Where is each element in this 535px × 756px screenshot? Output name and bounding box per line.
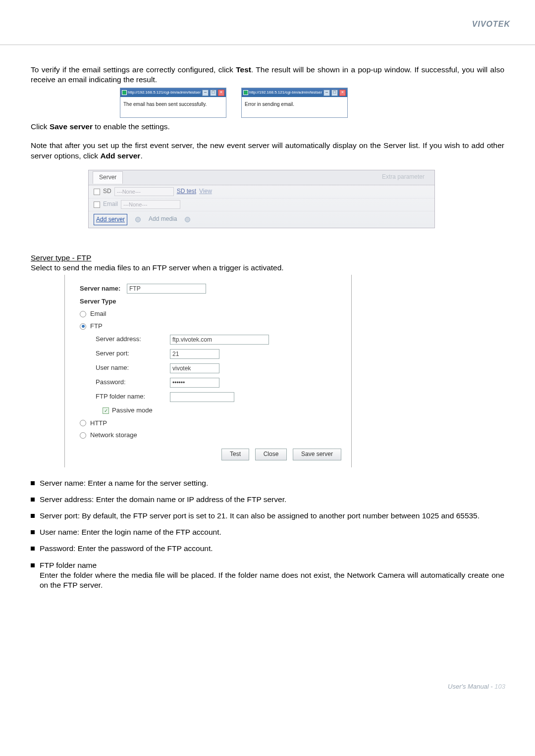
minimize-icon: – (323, 90, 330, 96)
popup-success-titlebar: http://192.168.5.121/cgi-bin/admin/tests… (120, 88, 226, 97)
pass-label: Password: (96, 378, 170, 387)
radio-email-row: Email (80, 310, 341, 318)
folder-input[interactable] (170, 392, 234, 402)
user-row: User name: (96, 363, 341, 373)
page-footer: User's Manual - 103 (0, 679, 535, 709)
footer-page-number: 103 (494, 683, 505, 690)
server-tabrow: Server Extra parameter (89, 170, 434, 185)
square-bullet-icon (31, 514, 35, 518)
radio-http-row: HTTP (80, 419, 341, 428)
close-icon: × (218, 90, 224, 96)
radio-ftp[interactable] (80, 323, 86, 330)
radio-ftp-row: FTP (80, 322, 341, 331)
footer-label: User's Manual - (448, 683, 494, 690)
square-bullet-icon (31, 547, 35, 551)
add-server-link[interactable]: Add server (96, 216, 125, 223)
radio-http[interactable] (80, 420, 86, 426)
tab-server[interactable]: Server (93, 171, 123, 184)
note-b: Add server (100, 151, 140, 160)
addr-label: Server address: (96, 335, 170, 344)
square-bullet-icon (31, 563, 35, 567)
header-divider (0, 45, 535, 45)
add-row: Add server Add media (89, 211, 434, 228)
popup-error-body: Error in sending email. (242, 97, 347, 117)
ftp-heading: Server type - FTP (31, 253, 504, 263)
sd-label: SD (103, 188, 111, 196)
add-media-link[interactable]: Add media (149, 215, 177, 223)
port-input[interactable] (170, 349, 219, 359)
square-bullet-icon (31, 498, 35, 502)
add-server-dot-icon (135, 217, 141, 222)
radio-ns-row: Network storage (80, 431, 341, 440)
radio-http-label: HTTP (90, 419, 107, 428)
pass-row: Password: (96, 378, 341, 388)
ftp-config-panel: Server name: Server Type Email FTP Serve… (64, 275, 352, 467)
sd-test-link[interactable]: SD test (177, 188, 196, 196)
server-name-row: Server name: (80, 284, 341, 294)
server-list-panel: Server Extra parameter SD ---None--- SD … (88, 170, 435, 228)
server-name-label: Server name: (80, 285, 127, 293)
sd-select[interactable]: ---None--- (114, 187, 174, 196)
server-row-sd: SD ---None--- SD test View (89, 185, 434, 198)
radio-network-storage[interactable] (80, 432, 86, 439)
server-name-input[interactable] (127, 284, 206, 294)
email-select[interactable]: ---None--- (121, 200, 180, 209)
bullet-ftp-folder: FTP folder name Enter the folder where t… (31, 560, 504, 590)
close-button[interactable]: Close (255, 449, 287, 460)
ie-icon (243, 90, 248, 95)
bullet-server-port: Server port: By default, the FTP server … (31, 511, 504, 521)
bullet-password: Password: Enter the password of the FTP … (31, 544, 504, 554)
ftp-button-row: Test Close Save server (80, 444, 341, 460)
popup-success: http://192.168.5.121/cgi-bin/admin/tests… (120, 88, 226, 118)
user-label: User name: (96, 364, 170, 372)
brand-logo: VIVOTEK (472, 20, 510, 29)
test-button[interactable]: Test (221, 449, 249, 460)
bullet-text: Server port: By default, the FTP server … (40, 511, 504, 521)
close-icon: × (339, 90, 346, 96)
maximize-icon: □ (210, 90, 216, 96)
pass-input[interactable] (170, 378, 219, 388)
square-bullet-icon (31, 530, 35, 534)
note-c: . (140, 151, 142, 160)
save-c: to enable the settings. (93, 122, 170, 131)
bullet-text: Password: Enter the password of the FTP … (40, 544, 504, 554)
intro-test-word: Test (236, 65, 251, 74)
bullet-text: User name: Enter the login name of the F… (40, 527, 504, 537)
maximize-icon: □ (331, 90, 338, 96)
passive-checkbox[interactable] (103, 407, 109, 414)
passive-row: Passive mode (96, 406, 341, 415)
port-label: Server port: (96, 350, 170, 358)
bullet-ftp-folder-head: FTP folder name (40, 561, 97, 569)
port-row: Server port: (96, 349, 341, 359)
bullet-text: Server address: Enter the domain name or… (40, 495, 504, 504)
bullet-user-name: User name: Enter the login name of the F… (31, 527, 504, 537)
radio-ns-label: Network storage (90, 431, 137, 440)
footer-text: User's Manual - 103 (448, 683, 505, 690)
radio-email[interactable] (80, 311, 86, 317)
save-b: Save server (50, 122, 93, 131)
bullet-server-name: Server name: Enter a name for the server… (31, 478, 504, 488)
sd-view-link[interactable]: View (199, 188, 212, 196)
addr-input[interactable] (170, 335, 269, 345)
ftp-heading-text: Server type - FTP (31, 253, 91, 262)
popup-success-title: http://192.168.5.121/cgi-bin/admin/tests… (128, 90, 201, 95)
intro-text-a: To verify if the email settings are corr… (31, 65, 236, 74)
popup-screenshots: http://192.168.5.121/cgi-bin/admin/tests… (120, 88, 504, 118)
save-a: Click (31, 122, 50, 131)
ie-icon (122, 90, 127, 95)
save-server-line: Click Save server to enable the settings… (31, 122, 504, 132)
bullet-ftp-folder-body: Enter the folder where the media file wi… (40, 570, 504, 590)
passive-label: Passive mode (112, 406, 153, 415)
save-server-button[interactable]: Save server (293, 449, 341, 460)
minimize-icon: – (202, 90, 209, 96)
sd-checkbox[interactable] (94, 189, 100, 195)
addr-row: Server address: (96, 335, 341, 345)
email-checkbox[interactable] (94, 202, 100, 208)
popup-error: http://192.168.5.121/cgi-bin/admin/tests… (241, 88, 348, 118)
intro-paragraph: To verify if the email settings are corr… (31, 65, 504, 85)
popup-error-title: http://192.168.5.121/cgi-bin/admin/tests… (249, 90, 322, 95)
user-input[interactable] (170, 363, 219, 373)
note-paragraph: Note that after you set up the first eve… (31, 141, 504, 160)
bullet-text: FTP folder name Enter the folder where t… (40, 560, 504, 590)
popup-error-titlebar: http://192.168.5.121/cgi-bin/admin/tests… (242, 88, 347, 97)
